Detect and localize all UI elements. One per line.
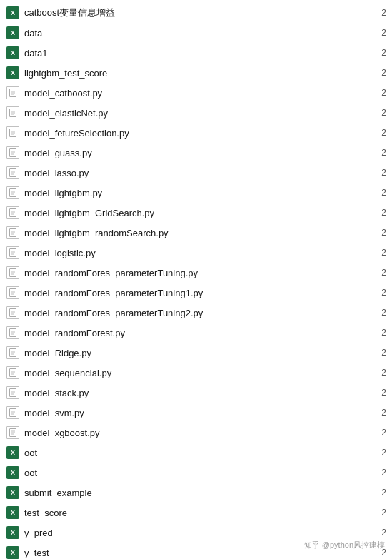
list-item[interactable]: model_randomForest.py2 [0, 323, 392, 343]
file-size: 2 [372, 168, 386, 178]
excel-icon: X [6, 525, 20, 540]
file-name: model_randomFores_parameterTuning2.py [24, 308, 372, 318]
list-item[interactable]: Xlightgbm_test_score2 [0, 63, 392, 83]
file-size: 2 [372, 488, 386, 498]
excel-icon: X [6, 505, 20, 520]
py-icon [6, 406, 20, 420]
file-size: 2 [372, 348, 386, 358]
file-size: 2 [372, 228, 386, 238]
file-name: model_lightgbm_randomSearch.py [24, 228, 372, 238]
list-item[interactable]: Xsubmit_example2 [0, 483, 392, 503]
file-name: model_catboost.py [24, 88, 372, 99]
excel-icon: X [6, 66, 20, 80]
file-size: 2 [372, 28, 386, 38]
list-item[interactable]: model_randomFores_parameterTuning2.py2 [0, 303, 392, 323]
file-name: model_xgboost.py [24, 428, 372, 438]
file-name: model_fetureSelection.py [24, 128, 372, 139]
file-name: model_lightgbm.py [24, 188, 372, 198]
list-item[interactable]: model_randomFores_parameterTuning1.py2 [0, 283, 392, 303]
file-name: catboost变量信息增益 [24, 6, 372, 19]
file-name: model_sequencial.py [24, 368, 372, 378]
file-size: 2 [372, 48, 386, 58]
py-icon [6, 326, 20, 340]
list-item[interactable]: model_fetureSelection.py2 [0, 123, 392, 143]
excel-icon: X [6, 6, 20, 20]
file-name: model_randomForest.py [24, 328, 372, 338]
list-item[interactable]: model_xgboost.py2 [0, 423, 392, 443]
file-size: 2 [372, 528, 386, 538]
list-item[interactable]: Xtest_score2 [0, 503, 392, 523]
excel-icon: X [6, 545, 20, 559]
file-size: 2 [372, 108, 386, 118]
file-name: model_svm.py [24, 408, 372, 418]
py-icon [6, 306, 20, 320]
file-size: 2 [372, 148, 386, 158]
py-icon [6, 186, 20, 200]
file-size: 2 [372, 508, 386, 518]
py-icon [6, 366, 20, 380]
file-size: 2 [372, 8, 386, 18]
list-item[interactable]: model_lightgbm_randomSearch.py2 [0, 223, 392, 243]
file-size: 2 [372, 188, 386, 198]
list-item[interactable]: model_elasticNet.py2 [0, 103, 392, 123]
file-name: model_guass.py [24, 148, 372, 158]
file-size: 2 [372, 388, 386, 398]
file-size: 2 [372, 448, 386, 458]
list-item[interactable]: model_stack.py2 [0, 383, 392, 403]
file-size: 2 [372, 88, 386, 98]
file-size: 2 [372, 128, 386, 138]
file-name: submit_example [24, 488, 372, 498]
py-icon [6, 246, 20, 260]
file-name: model_Ridge.py [24, 348, 372, 358]
list-item[interactable]: model_logistic.py2 [0, 243, 392, 263]
list-item[interactable]: model_catboost.py2 [0, 83, 392, 103]
excel-icon: X [6, 465, 20, 480]
py-icon [6, 166, 20, 180]
excel-icon: X [6, 46, 20, 60]
py-icon [6, 425, 20, 440]
py-icon [6, 86, 20, 100]
file-size: 2 [372, 248, 386, 258]
list-item[interactable]: model_lightgbm.py2 [0, 183, 392, 203]
file-size: 2 [372, 68, 386, 78]
py-icon [6, 346, 20, 360]
file-size: 2 [372, 208, 386, 218]
list-item[interactable]: model_sequencial.py2 [0, 363, 392, 383]
list-item[interactable]: model_svm.py2 [0, 403, 392, 423]
file-name: model_randomFores_parameterTuning1.py [24, 288, 372, 298]
watermark-text: 知乎 @python风控建模 [304, 540, 385, 550]
py-icon [6, 126, 20, 140]
file-name: y_pred [24, 528, 372, 538]
py-icon [6, 226, 20, 240]
list-item[interactable]: model_lightgbm_GridSearch.py2 [0, 203, 392, 223]
file-size: 2 [372, 268, 386, 278]
list-item[interactable]: model_lasso.py2 [0, 163, 392, 183]
py-icon [6, 286, 20, 300]
py-icon [6, 266, 20, 280]
file-size: 2 [372, 368, 386, 378]
list-item[interactable]: model_Ridge.py2 [0, 343, 392, 363]
list-item[interactable]: Xoot2 [0, 463, 392, 483]
list-item[interactable]: Xdata2 [0, 23, 392, 43]
file-name: data [24, 28, 372, 39]
file-name: model_lasso.py [24, 168, 372, 178]
excel-icon: X [6, 26, 20, 40]
file-list: Xcatboost变量信息增益2Xdata2Xdata12Xlightgbm_t… [0, 0, 392, 559]
list-item[interactable]: Xdata12 [0, 43, 392, 63]
py-icon [6, 206, 20, 220]
file-name: model_elasticNet.py [24, 108, 372, 119]
file-name: model_stack.py [24, 388, 372, 398]
file-name: oot [24, 448, 372, 458]
py-icon [6, 106, 20, 120]
file-name: data1 [24, 48, 372, 59]
file-name: model_lightgbm_GridSearch.py [24, 208, 372, 218]
py-icon [6, 146, 20, 160]
excel-icon: X [6, 485, 20, 500]
list-item[interactable]: Xcatboost变量信息增益2 [0, 3, 392, 23]
list-item[interactable]: model_guass.py2 [0, 143, 392, 163]
file-name: model_randomFores_parameterTuning.py [24, 268, 372, 278]
list-item[interactable]: model_randomFores_parameterTuning.py2 [0, 263, 392, 283]
file-size: 2 [372, 428, 386, 438]
file-name: oot [24, 468, 372, 478]
list-item[interactable]: Xoot2 [0, 443, 392, 463]
